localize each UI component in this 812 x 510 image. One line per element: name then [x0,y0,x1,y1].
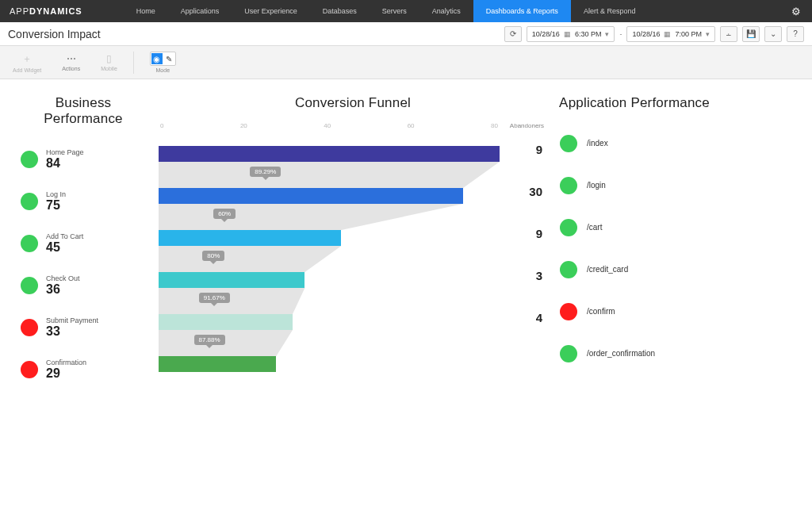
dashboard-body: Business Performance Home Page84Log In75… [0,79,812,392]
status-dot [560,135,577,152]
status-dot [21,277,38,294]
end-time: 7:00 PM [675,30,702,38]
business-step-row: Confirmation29 [16,348,151,390]
actions-button[interactable]: ⋯ Actions [57,52,85,73]
tick: 60 [408,122,415,129]
abandoners-header: Abandoners [510,122,544,129]
save-icon: 💾 [746,29,756,38]
status-dot [560,261,577,278]
chevron-down-icon: ▾ [706,30,710,38]
mobile-icon: ▯ [106,53,112,64]
step-value: 84 [46,156,84,171]
funnel-column: Conversion Funnel 0 20 40 60 80 Abandone… [159,95,547,392]
step-value: 45 [46,240,83,255]
step-value: 29 [46,366,86,381]
end-date: 10/28/16 [632,30,660,38]
business-step-row: Check Out36 [16,264,151,306]
more-button[interactable]: ⌄ [764,26,782,42]
eye-icon: ◉ [151,53,163,64]
app-perf-row: /credit_card [555,248,714,290]
add-widget-button[interactable]: ＋ Add Widget [8,51,46,75]
page-title: Conversion Impact [8,28,101,40]
mode-toggle[interactable]: ◉ ✎ Mode [145,50,181,75]
nav-applications[interactable]: Applications [168,0,232,22]
application-performance-column: Application Performance /index/login/car… [555,95,714,392]
step-value: 75 [46,198,66,213]
tick: 40 [324,122,331,129]
end-date-picker[interactable]: 10/28/16 ▦ 7:00 PM ▾ [626,26,715,42]
help-button[interactable]: ? [787,26,804,42]
calendar-icon: ▦ [664,30,671,38]
app-path: /cart [587,223,602,232]
brand-dyn: DYNAMICS [29,6,82,16]
app-path: /credit_card [587,265,628,274]
step-label: Check Out [46,274,80,282]
actions-label: Actions [62,66,80,71]
app-perf-row: /order_confirmation [555,332,714,374]
brand-app: APP [10,6,29,16]
app-perf-row: /confirm [555,290,714,332]
abandoners-value: 4 [511,311,542,324]
refresh-button[interactable]: ⟳ [504,26,522,42]
funnel-bar-track [159,188,500,204]
nav-items: Home Applications User Experience Databa… [124,0,649,22]
save-button[interactable]: 💾 [742,26,760,42]
funnel-x-ticks: 0 20 40 60 80 [159,122,500,129]
business-step-row: Home Page84 [16,138,151,180]
app-performance-list: /index/login/cart/credit_card/confirm/or… [555,122,714,374]
nav-dashboards-reports[interactable]: Dashboards & Reports [473,0,571,22]
add-widget-label: Add Widget [13,67,41,73]
funnel-bar-track [159,356,500,372]
funnel-bar [159,272,304,288]
funnel-chart: 0 20 40 60 80 Abandoners 989.29%3060%980… [159,122,547,392]
nav-analytics[interactable]: Analytics [419,0,473,22]
settings-gear-icon[interactable]: ⚙ [780,6,812,17]
funnel-bar-track [159,272,500,288]
abandoners-value: 9 [511,227,542,240]
status-dot [560,303,577,320]
start-date-picker[interactable]: 10/28/16 ▦ 6:30 PM ▾ [527,26,615,42]
abandoners-value: 30 [511,185,542,198]
status-dot [560,177,577,194]
step-label: Log In [46,190,66,198]
funnel-bar-track [159,314,500,330]
mode-label: Mode [156,67,170,73]
step-label: Confirmation [46,359,86,366]
abandoners-value: 3 [511,269,542,282]
status-dot [21,193,38,210]
app-path: /index [587,139,608,148]
nav-alert-respond[interactable]: Alert & Respond [571,0,649,22]
tick: 0 [160,122,163,129]
funnel-bar-track [159,230,500,246]
funnel-bar [159,230,341,246]
nav-databases[interactable]: Databases [310,0,370,22]
app-path: /confirm [587,307,615,316]
apply-button[interactable]: ⫠ [720,26,737,42]
step-value: 36 [46,282,80,297]
business-step-row: Add To Cart45 [16,222,151,264]
funnel-title: Conversion Funnel [159,95,547,111]
business-step-row: Submit Payment33 [16,306,151,348]
nav-user-experience[interactable]: User Experience [232,0,310,22]
app-path: /login [587,181,606,190]
chevron-down-icon: ▾ [605,30,609,38]
start-date: 10/28/16 [532,30,560,38]
app-perf-row: /cart [555,206,714,248]
status-dot [21,151,38,168]
nav-home[interactable]: Home [124,0,168,22]
mobile-button[interactable]: ▯ Mobile [96,52,122,73]
status-dot [21,361,38,378]
step-text: Home Page84 [46,148,84,171]
top-nav: APPDYNAMICS Home Applications User Exper… [0,0,812,22]
pencil-icon: ✎ [163,53,174,64]
toolbar-divider [133,52,134,74]
step-text: Confirmation29 [46,359,86,381]
check-icon: ⫠ [725,29,733,38]
nav-servers[interactable]: Servers [370,0,419,22]
status-dot [560,219,577,236]
refresh-icon: ⟳ [510,29,516,38]
start-time: 6:30 PM [575,30,602,38]
application-performance-title: Application Performance [555,95,714,111]
calendar-icon: ▦ [564,30,571,38]
app-path: /order_confirmation [587,349,655,358]
